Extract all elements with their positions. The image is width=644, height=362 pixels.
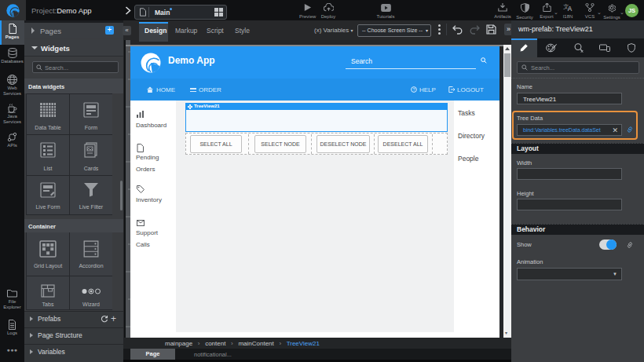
svg-text:A: A xyxy=(567,5,572,12)
svg-text:?: ? xyxy=(413,87,415,92)
